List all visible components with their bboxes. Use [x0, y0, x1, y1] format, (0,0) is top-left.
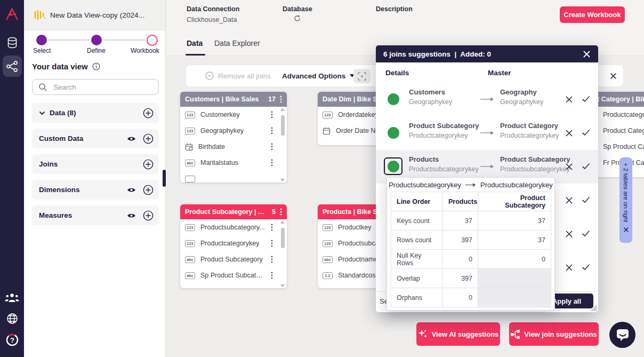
- text-type-icon: abc: [185, 256, 195, 263]
- add-icon[interactable]: [143, 210, 154, 221]
- data-model-nav-icon[interactable]: [0, 60, 24, 73]
- eye-icon[interactable]: [127, 187, 136, 193]
- table-card-header[interactable]: Customers | Bike Sales 17: [180, 92, 287, 107]
- team-nav-icon[interactable]: [0, 292, 24, 303]
- card-scrollbar[interactable]: [279, 108, 286, 181]
- table-card-product-subcategory[interactable]: Product Subcategory | Bik... 5 123 Produ…: [180, 204, 287, 288]
- add-icon[interactable]: [143, 133, 154, 144]
- close-modal-button[interactable]: [583, 50, 591, 58]
- scroll-down-icon[interactable]: [280, 179, 285, 181]
- field-row[interactable]: 123 Productsubcategory...: [180, 219, 287, 235]
- eye-icon[interactable]: [127, 212, 136, 219]
- field-row-partial[interactable]: [180, 171, 287, 183]
- info-icon[interactable]: [92, 62, 100, 70]
- reject-join-button[interactable]: [565, 96, 573, 104]
- field-row[interactable]: 123 Customerkey: [180, 107, 287, 123]
- brand-logo[interactable]: [0, 5, 24, 22]
- group-measures[interactable]: Measures: [32, 205, 159, 225]
- card-scrollbar[interactable]: [279, 221, 286, 287]
- reject-join-button[interactable]: [565, 196, 573, 204]
- group-custom-data[interactable]: Custom Data: [32, 129, 159, 148]
- chevron-down-icon[interactable]: [39, 111, 45, 115]
- panel-search[interactable]: [32, 79, 159, 95]
- accept-join-button[interactable]: [582, 96, 590, 104]
- field-row[interactable]: abc Sp Product Subcateg...: [180, 267, 287, 283]
- kebab-menu-icon[interactable]: [271, 111, 273, 118]
- field-row[interactable]: abc Maritalstatus: [180, 155, 287, 171]
- accept-join-button[interactable]: [582, 230, 590, 238]
- modal-header[interactable]: 6 joins suggestions | Added: 0: [376, 45, 598, 62]
- datetime-type-icon: [185, 143, 193, 151]
- accept-join-button[interactable]: [582, 196, 590, 204]
- master-key-name: Productcategorykey: [500, 132, 559, 139]
- view-ai-suggestions-button[interactable]: View AI suggestions: [416, 322, 500, 346]
- reject-join-button[interactable]: [565, 163, 573, 171]
- field-row-partial[interactable]: [180, 283, 287, 288]
- add-icon[interactable]: [143, 185, 154, 195]
- join-suggestion-row[interactable]: Customers Geographykey Geography Geograp…: [376, 83, 598, 116]
- datasets-nav-icon[interactable]: [0, 36, 24, 49]
- globe-nav-icon[interactable]: [0, 312, 24, 325]
- chat-support-button[interactable]: [609, 322, 635, 348]
- panel-scroll-indicator[interactable]: [163, 170, 166, 187]
- table-row: Rows count 397 37: [391, 231, 551, 250]
- field-row[interactable]: 123 Geographykey: [180, 123, 287, 139]
- field-count-badge: 5: [272, 208, 276, 216]
- view-join-suggestions-button[interactable]: View join suggestions: [509, 322, 599, 346]
- table-card-customers[interactable]: Customers | Bike Sales 17 123 Customerke…: [180, 92, 287, 183]
- scroll-thumb[interactable]: [281, 115, 285, 136]
- tab-data[interactable]: Data: [187, 39, 203, 47]
- close-join-mode-button[interactable]: [605, 69, 621, 83]
- stat-label: Overlap: [391, 269, 443, 288]
- refresh-icon[interactable]: [294, 15, 301, 22]
- step-define-dot[interactable]: [91, 35, 102, 45]
- table-card-header[interactable]: Product Subcategory | Bik... 5: [180, 204, 287, 219]
- kebab-menu-icon[interactable]: [271, 240, 273, 247]
- eye-icon[interactable]: [127, 136, 136, 142]
- close-icon[interactable]: [623, 227, 629, 233]
- step-workbook-dot[interactable]: [147, 35, 158, 46]
- accept-join-button[interactable]: [582, 129, 590, 137]
- search-input[interactable]: [52, 83, 145, 92]
- tab-data-explorer[interactable]: Data Explorer: [214, 39, 260, 47]
- kebab-menu-icon[interactable]: [280, 96, 282, 103]
- fit-view-button[interactable]: [353, 69, 371, 83]
- field-row[interactable]: 123 Productcategorykey: [180, 235, 287, 251]
- add-icon[interactable]: [143, 108, 154, 118]
- panel-header[interactable]: New Data View-copy (2024...: [24, 0, 165, 30]
- accept-join-button[interactable]: [582, 163, 590, 171]
- remove-all-joins-button[interactable]: Remove all joins: [205, 65, 271, 86]
- tables-on-right-tab[interactable]: + 2 tables are on right: [619, 157, 632, 243]
- reject-join-button[interactable]: [565, 230, 573, 238]
- reject-join-button[interactable]: [565, 264, 573, 272]
- group-dimensions[interactable]: Dimensions: [32, 180, 159, 200]
- accept-join-button[interactable]: [582, 264, 590, 272]
- field-row[interactable]: Birthdate: [180, 139, 287, 155]
- kebab-menu-icon[interactable]: [280, 208, 282, 216]
- add-icon[interactable]: [143, 159, 154, 170]
- kebab-menu-icon[interactable]: [271, 224, 273, 231]
- kebab-menu-icon[interactable]: [271, 256, 273, 263]
- kebab-menu-icon[interactable]: [271, 159, 273, 166]
- resize-handle[interactable]: [590, 304, 597, 311]
- help-nav-icon[interactable]: ?: [0, 333, 24, 347]
- group-joins[interactable]: Joins: [32, 154, 159, 174]
- step-select-dot[interactable]: [36, 35, 47, 45]
- kebab-menu-icon[interactable]: [271, 127, 273, 134]
- arrow-right-icon: [480, 97, 494, 102]
- detail-table-name: Customers: [409, 88, 445, 96]
- scroll-up-icon[interactable]: [280, 221, 285, 224]
- scroll-down-icon[interactable]: [280, 284, 285, 287]
- field-row[interactable]: abc Product Subcategory: [180, 251, 287, 267]
- group-data[interactable]: Data (8): [32, 103, 159, 123]
- reject-join-button[interactable]: [565, 129, 573, 137]
- advanced-options-dropdown[interactable]: Advanced Options: [282, 65, 355, 86]
- scroll-thumb[interactable]: [281, 228, 285, 248]
- scroll-up-icon[interactable]: [280, 108, 285, 111]
- kebab-menu-icon[interactable]: [271, 272, 273, 279]
- field-name: Product Subcategory: [200, 256, 263, 263]
- arrow-right-icon: [480, 164, 494, 169]
- kebab-menu-icon[interactable]: [271, 143, 273, 150]
- join-suggestion-row[interactable]: Product Subcategory Productcategorykey P…: [376, 116, 598, 150]
- create-workbook-button[interactable]: Create Workbook: [560, 6, 625, 23]
